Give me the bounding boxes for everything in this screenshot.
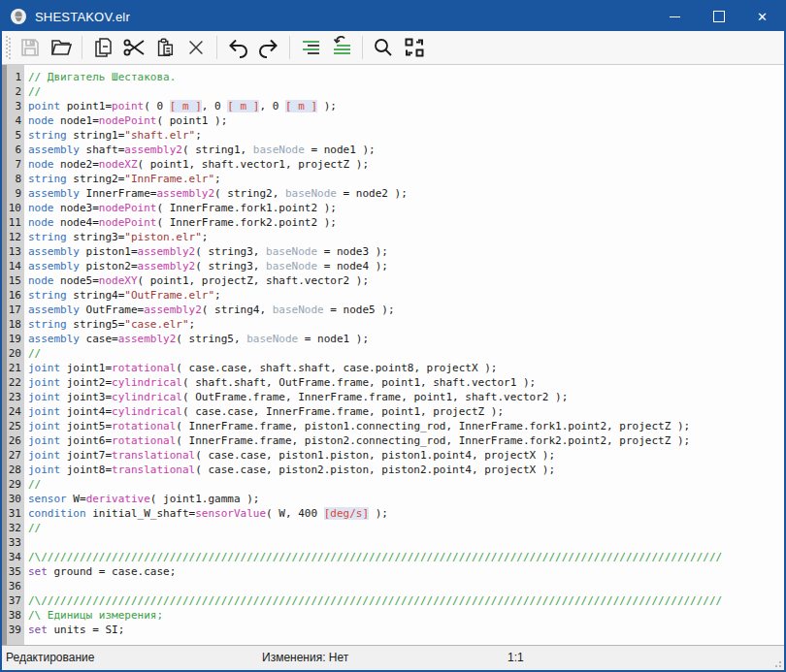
code-line[interactable]: 6assembly shaft=assembly2( string1, base… [2,143,784,157]
code-line[interactable]: 33 [2,535,784,550]
line-number: 34 [2,550,24,564]
code-line[interactable]: 39set units = SI; [2,623,784,637]
line-number: 8 [2,172,24,186]
code-line[interactable]: 22joint joint2=cylindrical( shaft.shaft,… [2,375,784,390]
code-line[interactable]: 36 [2,579,784,593]
code-line[interactable]: 28joint joint8=translational( case.case,… [2,463,784,477]
line-number: 1 [2,70,24,84]
indent-button[interactable] [296,34,325,61]
close-button[interactable]: ✕ [740,2,784,31]
code-line[interactable]: 12string string3="piston.elr"; [2,230,784,244]
line-number: 27 [2,448,24,463]
line-number: 10 [2,201,24,215]
open-button[interactable] [47,34,76,61]
code-line[interactable]: 38/\ Единицы измерения; [2,608,784,623]
code-line[interactable]: 34/\////////////////////////////////////… [2,550,784,564]
code-text: assembly OutFrame=assembly2( string4, ba… [24,303,395,317]
line-number: 36 [2,579,24,593]
code-line[interactable]: 21joint joint1=rotational( case.case, sh… [2,361,784,375]
line-number: 28 [2,463,24,477]
code-line[interactable]: 31condition initial_W_shaft=sensorValue(… [2,506,784,521]
code-text: string string4="OutFrame.elr"; [24,288,221,303]
code-line[interactable]: 3point point1=point( 0 [ m ], 0 [ m ], 0… [2,99,784,113]
code-line[interactable]: 10node node3=nodePoint( InnerFrame.fork1… [2,201,784,215]
code-text: // [24,477,41,492]
replace-button[interactable] [400,34,429,61]
code-line[interactable]: 2// [2,84,784,99]
line-number: 9 [2,186,24,201]
code-line[interactable]: 32// [2,521,784,535]
code-line[interactable]: 37/\////////////////////////////////////… [2,593,784,608]
code-text: set units = SI; [24,623,124,637]
code-line[interactable]: 5string string1="shaft.elr"; [2,128,784,143]
code-line[interactable]: 26joint joint6=rotational( InnerFrame.fr… [2,433,784,448]
code-line[interactable]: 35set ground = case.case; [2,564,784,579]
paste-icon [154,37,176,58]
line-number: 35 [2,564,24,579]
code-text: point point1=point( 0 [ m ], 0 [ m ], 0 … [24,99,337,113]
code-text: string string2="InnFrame.elr"; [24,172,221,186]
code-line[interactable]: 19assembly case=assembly2( string5, base… [2,332,784,346]
code-line[interactable]: 24joint joint4=cylindrical( case.case, I… [2,404,784,419]
code-text: node node2=nodeXZ( point1, shaft.vector1… [24,157,369,172]
code-line[interactable]: 17assembly OutFrame=assembly2( string4, … [2,303,784,317]
code-text: assembly InnerFrame=assembly2( string2, … [24,186,408,201]
window: SHESTAKOV.elr ✕ [0,0,786,672]
code-line[interactable]: 4node node1=nodePoint( point1 ); [2,113,784,128]
code-line[interactable]: 7node node2=nodeXZ( point1, shaft.vector… [2,157,784,172]
redo-button[interactable] [254,34,283,61]
code-line[interactable]: 14assembly piston2=assembly2( string3, b… [2,259,784,273]
toolbar-grip[interactable] [6,36,11,59]
window-title: SHESTAKOV.elr [35,10,130,24]
code-text: node node5=nodeXY( point1, projectZ, sha… [24,273,369,288]
delete-button[interactable] [181,34,211,61]
code-line[interactable]: 25joint joint5=rotational( InnerFrame.fr… [2,419,784,433]
cut-button[interactable] [119,34,148,61]
copy-button[interactable] [88,34,117,61]
code-line[interactable]: 1// Двигатель Шестакова. [2,70,784,84]
line-number: 30 [2,492,24,506]
code-text: assembly piston1=assembly2( string3, bas… [24,244,388,259]
code-line[interactable]: 30sensor W=derivative( joint1.gamma ); [2,492,784,506]
search-icon [372,36,395,59]
code-line[interactable]: 13assembly piston1=assembly2( string3, b… [2,244,784,259]
code-line[interactable]: 27joint joint7=translational( case.case,… [2,448,784,463]
code-line[interactable]: 29// [2,477,784,492]
code-line[interactable]: 16string string4="OutFrame.elr"; [2,288,784,303]
save-button[interactable] [16,34,45,61]
code-line[interactable]: 8string string2="InnFrame.elr"; [2,172,784,186]
code-text: node node1=nodePoint( point1 ); [24,113,227,128]
line-number: 37 [2,593,24,608]
code-text: string string3="piston.elr"; [24,230,208,244]
code-lines[interactable]: 1// Двигатель Шестакова.2//3point point1… [2,65,784,637]
toolbar [2,31,784,65]
code-line[interactable]: 15node node5=nodeXY( point1, projectZ, s… [2,273,784,288]
line-number: 19 [2,332,24,346]
undo-button[interactable] [223,34,252,61]
save-icon [18,36,42,59]
open-icon [49,36,73,59]
code-line[interactable]: 11node node4=nodePoint( InnerFrame.fork2… [2,215,784,230]
minimize-button[interactable] [653,2,697,31]
code-text [24,535,28,550]
paste-button[interactable] [150,34,180,61]
toolbar-separator [289,36,290,59]
line-number: 17 [2,303,24,317]
line-number: 31 [2,506,24,521]
code-text: joint joint5=rotational( InnerFrame.fram… [24,419,690,433]
code-text: /\//////////////////////////////////////… [24,593,722,608]
resize-grip-icon[interactable] [772,658,782,668]
code-line[interactable]: 23joint joint3=cylindrical( OutFrame.fra… [2,390,784,404]
code-line[interactable]: 20// [2,346,784,361]
line-number: 5 [2,128,24,143]
code-line[interactable]: 18string string5="case.elr"; [2,317,784,332]
toolbar-separator [82,36,82,59]
code-line[interactable]: 9assembly InnerFrame=assembly2( string2,… [2,186,784,201]
search-button[interactable] [369,34,398,61]
code-editor[interactable]: 1// Двигатель Шестакова.2//3point point1… [2,65,784,646]
unindent-button[interactable] [327,34,356,61]
undo-icon [225,36,250,59]
copy-icon [91,36,115,59]
maximize-button[interactable] [697,2,740,31]
line-number: 4 [2,113,24,128]
